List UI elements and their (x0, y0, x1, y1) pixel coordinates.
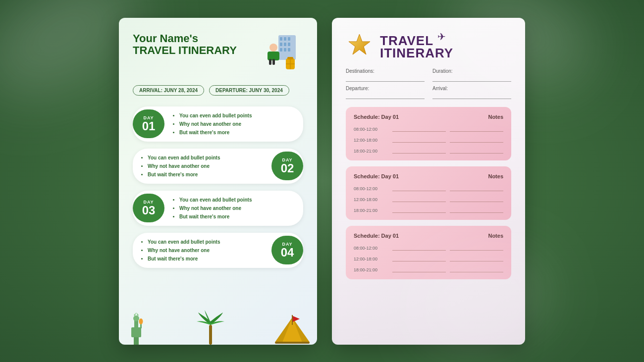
title-line: TRAVEL ITINERARY (133, 45, 237, 56)
destinations-label: Destinations: (346, 68, 425, 74)
time-label: 08:00-12:00 (354, 186, 388, 191)
schedule-rows-1: 08:00-12:00 12:00-18:00 18:00-21:00 (354, 125, 503, 154)
day-badge-01: DAY 01 (133, 109, 164, 138)
day-content-01: You can even add bullet points Why not h… (164, 106, 303, 142)
sched-line (392, 195, 446, 202)
sched-line (450, 255, 503, 261)
notes-label-3: Notes (488, 233, 503, 239)
left-page-title: Your Name's TRAVEL ITINERARY (133, 33, 237, 56)
schedule-header-3: Schedule: Day 01 Notes (354, 233, 503, 239)
time-label: 12:00-18:00 (354, 257, 388, 261)
destinations-line (346, 75, 425, 82)
pages-container: Your Name's TRAVEL ITINERARY (109, 8, 535, 355)
day-block-04: DAY 04 You can even add bullet points Wh… (133, 233, 303, 268)
sched-line (392, 125, 446, 132)
right-title-block: TRAVEL ✈ ITINERARY (380, 32, 453, 60)
bullet-item: Why not have another one (148, 246, 264, 255)
schedule-row: 12:00-18:00 (354, 195, 503, 202)
schedule-block-2: Schedule: Day 01 Notes 08:00-12:00 12:00… (346, 166, 511, 220)
schedule-row: 08:00-12:00 (354, 244, 503, 251)
sched-line (450, 206, 503, 213)
svg-point-24 (139, 318, 143, 324)
svg-rect-19 (131, 327, 141, 337)
dates-row: ARRIVAL: JUNY 28, 2024 DEPARTURE: JUNY 3… (133, 85, 303, 96)
bullet-item: You can even add bullet points (148, 154, 264, 162)
bullet-item: Why not have another one (148, 162, 264, 170)
duration-label: Duration: (432, 68, 511, 74)
schedule-rows-3: 08:00-12:00 12:00-18:00 18:00-21:00 (354, 244, 503, 272)
sched-line (392, 206, 446, 213)
svg-rect-1 (280, 37, 282, 41)
time-label: 18:00-21:00 (354, 208, 388, 213)
bullet-item: But wait there's more (179, 128, 295, 137)
svg-marker-22 (134, 312, 139, 316)
time-label: 08:00-12:00 (354, 246, 388, 251)
day-num: 04 (279, 247, 295, 259)
departure-badge: DEPARTURE: JUNY 30, 2024 (209, 85, 289, 96)
name-line: Your Name's (133, 33, 237, 45)
svg-rect-8 (284, 48, 286, 52)
schedule-row: 08:00-12:00 (354, 184, 503, 191)
schedule-row: 18:00-21:00 (354, 265, 503, 272)
right-page: TRAVEL ✈ ITINERARY Destinations: Duratio… (332, 18, 525, 345)
svg-marker-29 (293, 316, 300, 322)
info-grid: Destinations: Duration: Departure: Arriv… (346, 68, 511, 99)
arrival-label: Arrival: (432, 86, 511, 91)
svg-rect-5 (284, 43, 286, 46)
schedule-title-2: Schedule: Day 01 (354, 173, 399, 179)
svg-rect-4 (280, 43, 282, 46)
svg-rect-6 (288, 43, 290, 46)
notes-label-1: Notes (488, 114, 503, 120)
day-content-03: You can even add bullet points Why not h… (164, 191, 303, 226)
time-label: 12:00-18:00 (354, 138, 388, 143)
duration-line (432, 75, 511, 82)
svg-rect-16 (269, 59, 271, 65)
day-block-03: DAY 03 You can even add bullet points Wh… (133, 191, 303, 226)
schedule-title-1: Schedule: Day 01 (354, 114, 399, 120)
sched-line (392, 244, 446, 251)
arrival-badge: ARRIVAL: JUNY 28, 2024 (133, 85, 204, 96)
svg-rect-23 (140, 322, 142, 328)
schedule-row: 18:00-21:00 (354, 147, 503, 154)
traveler-illustration (259, 33, 303, 77)
svg-rect-17 (272, 59, 275, 65)
svg-marker-31 (349, 34, 370, 54)
sched-line (450, 147, 503, 154)
sched-line (392, 136, 446, 143)
right-title-line1: TRAVEL ✈ (380, 32, 453, 47)
schedule-header-1: Schedule: Day 01 Notes (354, 114, 503, 120)
svg-marker-26 (275, 317, 310, 342)
bottom-illustrations (119, 305, 317, 345)
schedule-rows-2: 08:00-12:00 12:00-18:00 18:00-21:00 (354, 184, 503, 213)
time-label: 18:00-21:00 (354, 267, 388, 272)
time-label: 08:00-12:00 (354, 127, 388, 132)
svg-marker-27 (282, 317, 302, 342)
sched-line (450, 265, 503, 272)
day-badge-03: DAY 03 (133, 194, 164, 222)
sched-line (450, 125, 503, 132)
svg-rect-28 (292, 315, 293, 325)
schedule-row: 12:00-18:00 (354, 255, 503, 261)
bullet-item: But wait there's more (148, 170, 264, 179)
sched-line (450, 136, 503, 143)
departure-field: Departure: (346, 86, 425, 99)
sched-line (392, 147, 446, 154)
day-blocks: DAY 01 You can even add bullet points Wh… (133, 106, 303, 268)
day-num: 02 (279, 162, 295, 174)
left-page-header: Your Name's TRAVEL ITINERARY (133, 33, 303, 77)
day-badge-04: DAY 04 (271, 236, 303, 264)
day-num: 01 (141, 120, 157, 132)
schedule-row: 18:00-21:00 (354, 206, 503, 213)
bullet-item: Why not have another one (179, 204, 295, 212)
svg-rect-7 (280, 48, 282, 52)
schedule-title-3: Schedule: Day 01 (354, 233, 399, 239)
svg-point-21 (133, 315, 139, 321)
svg-rect-18 (134, 335, 139, 345)
departure-label: Departure: (346, 86, 425, 91)
svg-rect-25 (209, 325, 212, 345)
schedule-row: 08:00-12:00 (354, 125, 503, 132)
time-label: 18:00-21:00 (354, 149, 388, 154)
right-page-header: TRAVEL ✈ ITINERARY (346, 32, 511, 60)
schedule-block-3: Schedule: Day 01 Notes 08:00-12:00 12:00… (346, 226, 511, 279)
svg-rect-2 (284, 37, 286, 41)
